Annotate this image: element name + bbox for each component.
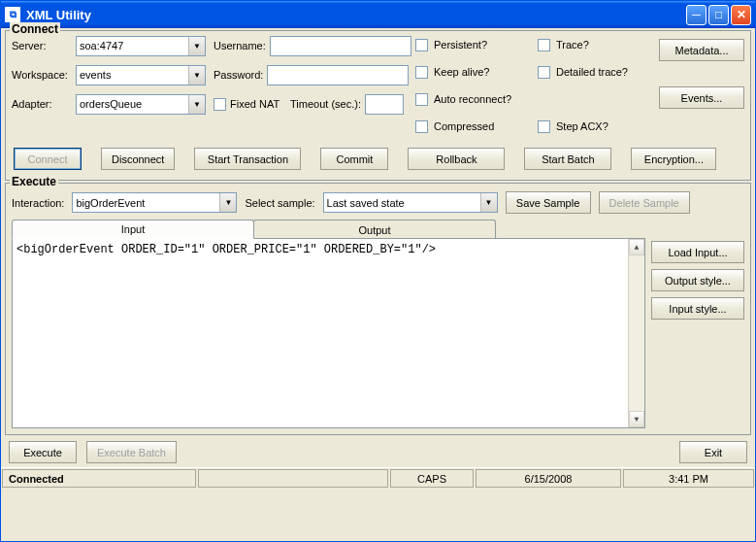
app-icon: ⧉ bbox=[5, 7, 20, 22]
execute-legend: Execute bbox=[10, 175, 58, 188]
title-bar: ⧉ XML Utility ─ □ ✕ bbox=[1, 1, 755, 28]
trace-label: Trace? bbox=[556, 39, 589, 51]
keepalive-checkbox[interactable] bbox=[415, 66, 428, 79]
delete-sample-button: Delete Sample bbox=[599, 191, 690, 214]
server-combo[interactable]: soa:4747 ▼ bbox=[76, 36, 206, 56]
status-time: 3:41 PM bbox=[623, 469, 754, 488]
adapter-combo[interactable]: ordersQueue ▼ bbox=[76, 94, 206, 115]
output-style-button[interactable]: Output style... bbox=[651, 269, 744, 291]
keepalive-label: Keep alive? bbox=[434, 66, 490, 78]
workspace-label: Workspace: bbox=[12, 69, 72, 81]
status-date: 6/15/2008 bbox=[476, 469, 621, 488]
password-input[interactable] bbox=[267, 65, 409, 85]
connect-group: Connect Server: soa:4747 ▼ Workspace: ev… bbox=[5, 30, 751, 181]
interaction-combo[interactable]: bigOrderEvent ▼ bbox=[72, 192, 237, 213]
persistent-label: Persistent? bbox=[434, 39, 487, 51]
fixed-nat-label: Fixed NAT bbox=[230, 98, 286, 110]
username-label: Username: bbox=[214, 40, 266, 51]
timeout-label: Timeout (sec.): bbox=[290, 98, 361, 110]
save-sample-button[interactable]: Save Sample bbox=[506, 191, 591, 214]
disconnect-button[interactable]: Disconnect bbox=[101, 148, 175, 170]
minimize-button[interactable]: ─ bbox=[686, 5, 707, 25]
autoreconnect-label: Auto reconnect? bbox=[434, 93, 511, 105]
chevron-down-icon: ▼ bbox=[480, 193, 497, 212]
status-empty bbox=[198, 469, 388, 488]
chevron-down-icon: ▼ bbox=[219, 193, 236, 212]
trace-checkbox[interactable] bbox=[538, 39, 550, 51]
editor-content: <bigOrderEvent ORDER_ID="1" ORDER_PRICE=… bbox=[16, 243, 436, 256]
start-batch-button[interactable]: Start Batch bbox=[524, 148, 611, 170]
events-button[interactable]: Events... bbox=[659, 86, 744, 109]
execute-batch-button: Execute Batch bbox=[86, 441, 177, 463]
adapter-label: Adapter: bbox=[12, 98, 72, 110]
server-label: Server: bbox=[12, 40, 72, 51]
xml-editor[interactable]: <bigOrderEvent ORDER_ID="1" ORDER_PRICE=… bbox=[12, 238, 645, 428]
window-controls: ─ □ ✕ bbox=[686, 5, 751, 25]
adapter-value: ordersQueue bbox=[80, 98, 142, 110]
select-sample-combo[interactable]: Last saved state ▼ bbox=[323, 192, 498, 213]
compressed-checkbox[interactable] bbox=[415, 120, 428, 133]
select-sample-label: Select sample: bbox=[245, 197, 314, 209]
autoreconnect-checkbox[interactable] bbox=[415, 93, 428, 106]
step-acx-checkbox[interactable] bbox=[538, 120, 550, 133]
load-input-button[interactable]: Load Input... bbox=[651, 241, 744, 263]
execute-group: Execute Interaction: bigOrderEvent ▼ Sel… bbox=[5, 183, 751, 435]
interaction-label: Interaction: bbox=[12, 197, 64, 209]
rollback-button[interactable]: Rollback bbox=[408, 148, 505, 170]
workspace-combo[interactable]: events ▼ bbox=[76, 65, 206, 85]
username-input[interactable] bbox=[270, 36, 411, 56]
status-bar: Connected CAPS 6/15/2008 3:41 PM bbox=[1, 467, 755, 489]
connect-button[interactable]: Connect bbox=[14, 148, 82, 170]
tab-input[interactable]: Input bbox=[12, 220, 254, 239]
scroll-track[interactable] bbox=[629, 255, 644, 411]
close-button[interactable]: ✕ bbox=[731, 5, 751, 25]
scroll-down-icon[interactable]: ▼ bbox=[629, 411, 644, 427]
timeout-input[interactable] bbox=[365, 94, 404, 115]
connect-legend: Connect bbox=[10, 22, 60, 36]
password-label: Password: bbox=[214, 69, 263, 81]
detailed-trace-label: Detailed trace? bbox=[556, 66, 628, 78]
select-sample-value: Last saved state bbox=[327, 197, 405, 209]
exit-button[interactable]: Exit bbox=[679, 441, 747, 463]
vertical-scrollbar[interactable]: ▲ ▼ bbox=[628, 239, 644, 427]
scroll-up-icon[interactable]: ▲ bbox=[629, 239, 644, 255]
commit-button[interactable]: Commit bbox=[320, 148, 388, 170]
compressed-label: Compressed bbox=[434, 120, 494, 132]
encryption-button[interactable]: Encryption... bbox=[631, 148, 716, 170]
maximize-button[interactable]: □ bbox=[708, 5, 729, 25]
chevron-down-icon: ▼ bbox=[188, 66, 205, 85]
detailed-trace-checkbox[interactable] bbox=[538, 66, 550, 79]
tab-output[interactable]: Output bbox=[253, 220, 496, 239]
input-style-button[interactable]: Input style... bbox=[651, 297, 744, 320]
server-value: soa:4747 bbox=[80, 40, 123, 51]
chevron-down-icon: ▼ bbox=[188, 37, 205, 55]
window-title: XML Utility bbox=[26, 8, 686, 22]
status-connected: Connected bbox=[2, 469, 196, 488]
chevron-down-icon: ▼ bbox=[188, 95, 205, 114]
step-acx-label: Step ACX? bbox=[556, 120, 608, 132]
persistent-checkbox[interactable] bbox=[415, 39, 428, 51]
start-transaction-button[interactable]: Start Transaction bbox=[194, 148, 301, 170]
metadata-button[interactable]: Metadata... bbox=[659, 39, 744, 61]
workspace-value: events bbox=[80, 69, 111, 81]
interaction-value: bigOrderEvent bbox=[76, 197, 145, 209]
execute-button[interactable]: Execute bbox=[9, 441, 77, 463]
fixed-nat-checkbox[interactable] bbox=[214, 98, 226, 111]
status-caps: CAPS bbox=[390, 469, 474, 488]
